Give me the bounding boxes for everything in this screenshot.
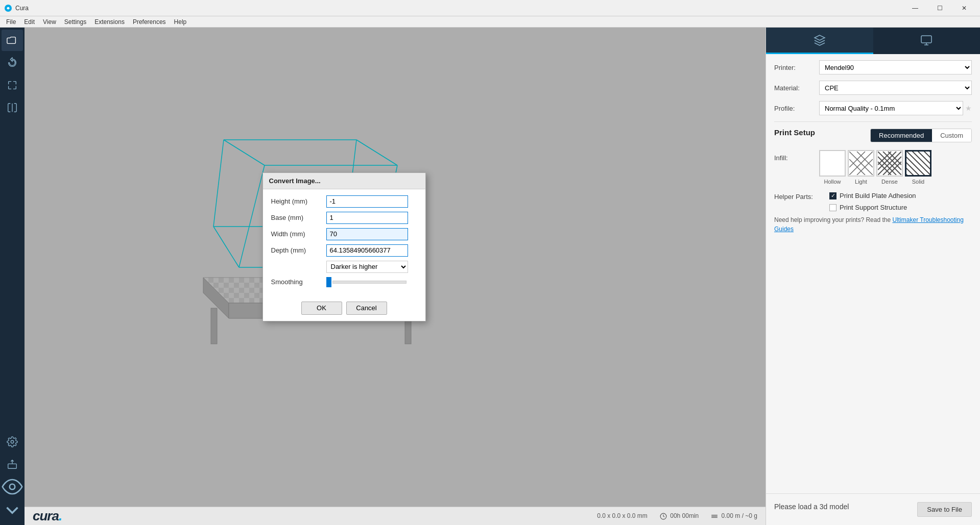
menu-file[interactable]: File [2, 17, 20, 27]
width-label: Width (mm) [271, 230, 322, 238]
custom-tab[interactable]: Custom [932, 129, 971, 142]
rotate-button[interactable] [2, 52, 23, 73]
view-mode-button[interactable] [2, 476, 23, 497]
logo: cura. [33, 508, 62, 524]
infill-dense-button[interactable] [876, 150, 903, 177]
build-plate-row: ✓ Print Build Plate Adhesion [829, 192, 916, 199]
time-icon [660, 513, 667, 520]
panel-tab-monitor[interactable] [873, 28, 981, 54]
support-checkbox[interactable] [829, 204, 836, 211]
infill-light-pattern [849, 152, 873, 175]
prepare-icon [814, 34, 826, 46]
infill-dense-pattern [878, 152, 901, 175]
menu-bar: File Edit View Settings Extensions Prefe… [0, 16, 980, 28]
infill-solid-button[interactable] [905, 150, 931, 177]
view-mode-arrow-button[interactable] [2, 499, 23, 521]
infill-dense-label: Dense [881, 179, 898, 185]
divider [774, 121, 972, 122]
open-folder-button[interactable] [2, 30, 23, 51]
title-bar-controls: — ☐ ✕ [903, 0, 976, 16]
close-button[interactable]: ✕ [952, 0, 976, 16]
status-bar-right: 0.0 x 0.0 x 0.0 mm 00h 00min 0.00 m / ~0… [597, 512, 757, 520]
time-estimate: 00h 00min [660, 512, 699, 520]
build-plate-checkbox[interactable]: ✓ [829, 192, 836, 199]
material-select[interactable]: CPE [819, 81, 972, 95]
menu-edit[interactable]: Edit [20, 17, 39, 27]
window-title: Cura [15, 5, 29, 12]
dimensions-display: 0.0 x 0.0 x 0.0 mm [597, 512, 648, 519]
smoothing-row: Smoothing [271, 277, 417, 287]
right-panel: Printer: Mendel90 Material: CPE Profile:… [766, 28, 980, 525]
convert-image-dialog: Convert Image... Height (mm) Base (mm) [262, 172, 426, 321]
height-row: Height (mm) [271, 195, 417, 208]
panel-content: Printer: Mendel90 Material: CPE Profile:… [766, 54, 980, 240]
app-icon [4, 4, 12, 12]
help-text-pre: Need help improving your prints? Read th… [774, 216, 892, 223]
infill-options: Hollow [819, 150, 931, 185]
smoothing-track[interactable] [332, 281, 407, 284]
monitor-icon [920, 34, 933, 46]
per-model-settings-button[interactable] [2, 431, 23, 453]
bottom-section: Please load a 3d model Save to File [766, 493, 980, 525]
infill-row: Infill: Hollow [774, 150, 972, 185]
dialog-footer: OK Cancel [263, 297, 425, 321]
depth-row: Depth (mm) [271, 244, 417, 257]
logo-text: cura [33, 508, 59, 523]
infill-hollow-button[interactable] [819, 150, 846, 177]
save-to-file-button[interactable]: Save to File [917, 502, 972, 517]
panel-tab-prepare[interactable] [766, 28, 873, 54]
main-layout: Convert Image... Height (mm) Base (mm) [0, 28, 980, 525]
helper-parts-label: Helper Parts: [774, 192, 825, 201]
mirror-icon [7, 102, 18, 113]
dialog-body: Height (mm) Base (mm) Width (mm) [263, 189, 425, 297]
viewport[interactable]: Convert Image... Height (mm) Base (mm) [25, 28, 766, 525]
depth-input[interactable] [326, 244, 408, 257]
status-bar: cura. 0.0 x 0.0 x 0.0 mm 00h 00min [25, 507, 766, 525]
panel-header [766, 28, 980, 54]
menu-help[interactable]: Help [170, 17, 191, 27]
width-input[interactable] [326, 228, 408, 240]
menu-extensions[interactable]: Extensions [90, 17, 129, 27]
rotate-icon [7, 57, 18, 68]
support-blocker-button[interactable] [2, 454, 23, 475]
profile-select[interactable]: Normal Quality - 0.1mm [819, 101, 963, 115]
svg-rect-2 [8, 464, 17, 468]
smoothing-label: Smoothing [271, 278, 322, 286]
infill-light-label: Light [855, 179, 867, 185]
eye-icon [2, 476, 23, 497]
modal-overlay: Convert Image... Height (mm) Base (mm) [25, 28, 766, 507]
printer-label: Printer: [774, 64, 815, 71]
infill-light-button[interactable] [848, 150, 874, 177]
restore-button[interactable]: ☐ [928, 0, 951, 16]
scale-button[interactable] [2, 74, 23, 96]
help-text: Need help improving your prints? Read th… [774, 215, 972, 234]
per-model-icon [7, 436, 18, 447]
title-bar-left: Cura [4, 4, 29, 12]
minimize-button[interactable]: — [903, 0, 927, 16]
printer-select[interactable]: Mendel90 [819, 60, 972, 74]
setup-header: Print Setup Recommended Custom [774, 128, 972, 143]
height-label: Height (mm) [271, 197, 322, 205]
profile-row: Profile: Normal Quality - 0.1mm ★ [774, 101, 972, 115]
smoothing-slider-container[interactable] [326, 277, 407, 287]
profile-label: Profile: [774, 105, 815, 112]
material-estimate: 0.00 m / ~0 g [711, 512, 757, 520]
color-mode-row: Darker is higher Lighter is higher [271, 261, 417, 273]
mirror-button[interactable] [2, 97, 23, 118]
color-mode-select[interactable]: Darker is higher Lighter is higher [326, 261, 408, 273]
base-input[interactable] [326, 212, 408, 224]
build-plate-label: Print Build Plate Adhesion [840, 192, 916, 199]
panel-spacer [766, 240, 980, 493]
ok-button[interactable]: OK [301, 302, 342, 315]
setup-tab-group: Recommended Custom [870, 129, 972, 142]
print-setup-title: Print Setup [774, 128, 815, 137]
printer-row: Printer: Mendel90 [774, 60, 972, 74]
material-icon [711, 513, 718, 520]
height-input[interactable] [326, 195, 408, 208]
menu-preferences[interactable]: Preferences [129, 17, 170, 27]
support-structure-row: Print Support Structure [829, 204, 916, 211]
menu-settings[interactable]: Settings [60, 17, 90, 27]
recommended-tab[interactable]: Recommended [871, 129, 932, 142]
menu-view[interactable]: View [39, 17, 60, 27]
cancel-button[interactable]: Cancel [346, 302, 387, 315]
